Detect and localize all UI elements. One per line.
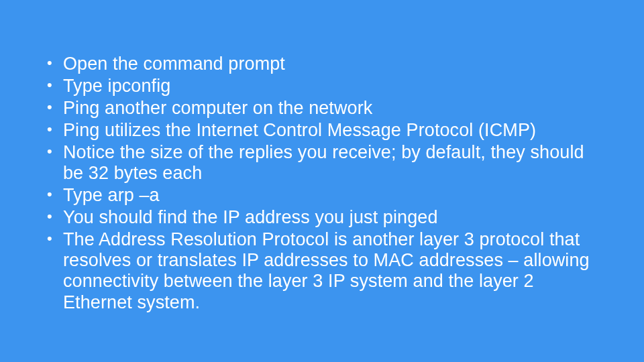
slide: Open the command prompt Type ipconfig Pi… <box>0 0 644 362</box>
list-item: Type ipconfig <box>40 76 604 97</box>
list-item: Type arp –a <box>40 185 604 206</box>
list-item: Ping another computer on the network <box>40 98 604 119</box>
bullet-list: Open the command prompt Type ipconfig Pi… <box>40 54 604 313</box>
list-item: Notice the size of the replies you recei… <box>40 142 604 184</box>
list-item: Open the command prompt <box>40 54 604 74</box>
list-item: You should find the IP address you just … <box>40 207 604 228</box>
list-item: The Address Resolution Protocol is anoth… <box>40 229 604 312</box>
list-item: Ping utilizes the Internet Control Messa… <box>40 120 604 141</box>
